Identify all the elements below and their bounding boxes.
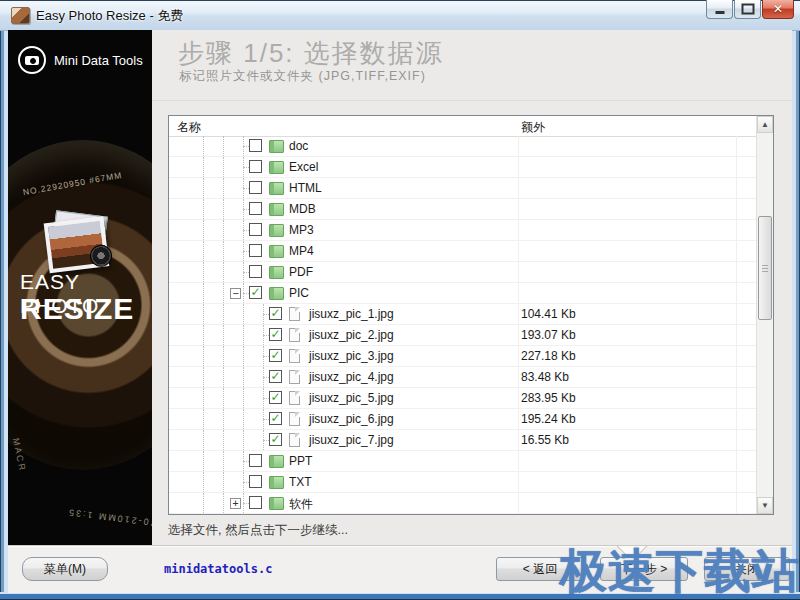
tree-indent-guide <box>203 325 204 345</box>
column-header-extra[interactable]: 额外 <box>521 119 545 136</box>
row-checkbox[interactable]: ✓ <box>269 391 282 404</box>
sidebar: NO.22920950 #67MM EASY PHOTO RESIZE 70-2… <box>8 30 152 545</box>
row-checkbox[interactable]: ✓ <box>249 286 262 299</box>
site-link[interactable]: minidatatools.c <box>164 562 272 576</box>
folder-icon <box>269 224 284 237</box>
logo-line2: RESIZE <box>20 292 134 326</box>
tree-row[interactable]: ✓jisuxz_pic_6.jpg195.24 Kb <box>169 409 756 430</box>
row-checkbox[interactable]: ✓ <box>269 433 282 446</box>
tree-row[interactable]: ✓jisuxz_pic_4.jpg83.48 Kb <box>169 367 756 388</box>
column-header-name[interactable]: 名称 <box>177 119 201 136</box>
step-subtitle: 标记照片文件或文件夹 (JPG,TIFF,EXIF) <box>179 68 426 85</box>
tree-indent-guide <box>243 346 244 366</box>
row-checkbox[interactable] <box>249 265 262 278</box>
tree-indent-guide <box>223 409 224 429</box>
app-icon <box>11 7 30 24</box>
expand-toggle-icon[interactable]: + <box>230 498 241 509</box>
window-frame-right <box>792 0 800 600</box>
camera-icon <box>18 46 46 74</box>
tree-row[interactable]: ✓jisuxz_pic_7.jpg16.55 Kb <box>169 430 756 451</box>
tree-indent-guide <box>243 367 244 387</box>
tree-indent-guide <box>223 262 224 282</box>
tree-indent-guide <box>203 262 204 282</box>
tree-indent-guide <box>203 220 204 240</box>
tree-row[interactable]: Excel <box>169 157 756 178</box>
row-label: jisuxz_pic_4.jpg <box>309 370 394 384</box>
tree-indent-guide <box>223 346 224 366</box>
window-frame-left <box>0 0 8 600</box>
row-checkbox[interactable] <box>249 475 262 488</box>
row-checkbox[interactable] <box>249 223 262 236</box>
menu-button[interactable]: 菜单(M) <box>22 557 108 581</box>
row-size: 227.18 Kb <box>521 349 576 363</box>
row-size: 193.07 Kb <box>521 328 576 342</box>
tree-row[interactable]: +软件 <box>169 493 756 514</box>
titlebar[interactable]: Easy Photo Resize - 免费 ✕ <box>0 0 800 31</box>
tree-indent-guide <box>243 304 244 324</box>
tree-row[interactable]: −✓PIC <box>169 283 756 304</box>
row-label: jisuxz_pic_2.jpg <box>309 328 394 342</box>
row-checkbox[interactable]: ✓ <box>269 328 282 341</box>
file-icon <box>289 391 300 405</box>
tree-indent-guide <box>203 283 204 303</box>
tree-row[interactable]: ✓jisuxz_pic_5.jpg283.95 Kb <box>169 388 756 409</box>
row-checkbox[interactable] <box>249 496 262 509</box>
tree-row[interactable]: ✓jisuxz_pic_3.jpg227.18 Kb <box>169 346 756 367</box>
scroll-down-button[interactable]: ▼ <box>757 497 773 514</box>
row-label: jisuxz_pic_1.jpg <box>309 307 394 321</box>
row-checkbox[interactable]: ✓ <box>269 412 282 425</box>
app-window: Easy Photo Resize - 免费 ✕ NO.22920950 #67… <box>0 0 800 600</box>
tree-indent-guide <box>223 220 224 240</box>
tree-row[interactable]: PPT <box>169 451 756 472</box>
photo-stack-icon <box>43 215 104 267</box>
minimize-button[interactable] <box>706 0 733 19</box>
tree-indent-guide <box>243 409 244 429</box>
tree-row[interactable]: MP3 <box>169 220 756 241</box>
scroll-up-button[interactable]: ▲ <box>757 116 773 133</box>
close-button[interactable]: ✕ <box>762 0 794 19</box>
tree-row[interactable]: doc <box>169 136 756 157</box>
row-checkbox[interactable] <box>249 454 262 467</box>
collapse-toggle-icon[interactable]: − <box>230 288 241 299</box>
brand-name: Mini Data Tools <box>54 53 143 68</box>
folder-icon <box>269 203 284 216</box>
tree-rows: docExcelHTMLMDBMP3MP4PDF−✓PIC✓jisuxz_pic… <box>169 136 756 514</box>
row-checkbox[interactable] <box>249 202 262 215</box>
tree-row[interactable]: TXT <box>169 472 756 493</box>
row-label: jisuxz_pic_6.jpg <box>309 412 394 426</box>
tree-row[interactable]: MP4 <box>169 241 756 262</box>
row-checkbox[interactable] <box>249 244 262 257</box>
row-checkbox[interactable] <box>249 181 262 194</box>
tree-row[interactable]: MDB <box>169 199 756 220</box>
file-icon <box>289 349 300 363</box>
row-checkbox[interactable]: ✓ <box>269 307 282 320</box>
tree-indent-guide <box>203 472 204 492</box>
row-checkbox[interactable]: ✓ <box>269 370 282 383</box>
vertical-scrollbar[interactable]: ▲ ▼ <box>756 116 773 514</box>
scrollbar-thumb[interactable] <box>758 216 772 320</box>
tree-indent-guide <box>223 136 224 156</box>
tree-row[interactable]: PDF <box>169 262 756 283</box>
wizard-header: 步骤 1/5: 选择数据源 标记照片文件或文件夹 (JPG,TIFF,EXIF) <box>152 30 792 101</box>
tree-row[interactable]: ✓jisuxz_pic_2.jpg193.07 Kb <box>169 325 756 346</box>
tree-row[interactable]: ✓jisuxz_pic_1.jpg104.41 Kb <box>169 304 756 325</box>
row-label: MDB <box>289 202 316 216</box>
tree-indent-guide <box>203 430 204 450</box>
tree-indent-guide <box>203 388 204 408</box>
tree-indent-guide <box>223 451 224 471</box>
row-checkbox[interactable] <box>249 139 262 152</box>
row-size: 83.48 Kb <box>521 370 569 384</box>
client-area: NO.22920950 #67MM EASY PHOTO RESIZE 70-2… <box>8 30 792 592</box>
tree-indent-guide <box>223 367 224 387</box>
file-icon <box>289 433 300 447</box>
tree-indent-guide <box>223 388 224 408</box>
tree-row[interactable]: HTML <box>169 178 756 199</box>
row-label: 软件 <box>289 496 313 513</box>
row-checkbox[interactable]: ✓ <box>269 349 282 362</box>
row-checkbox[interactable] <box>249 160 262 173</box>
tree-indent-guide <box>203 199 204 219</box>
tree-indent-guide <box>203 346 204 366</box>
tree-indent-guide <box>223 283 224 303</box>
tree-indent-guide <box>223 199 224 219</box>
maximize-button[interactable] <box>734 0 761 19</box>
